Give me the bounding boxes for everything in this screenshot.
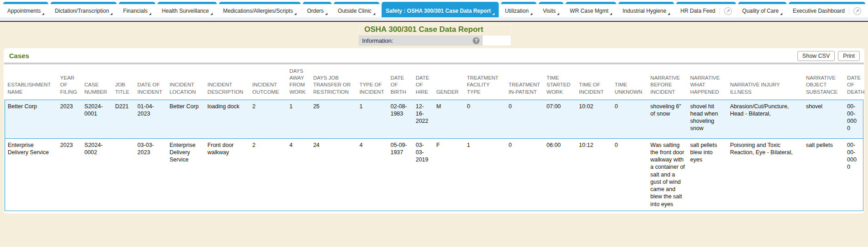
cell-incident-outcome: 2 (251, 138, 288, 211)
tab-utilization[interactable]: Utilization (501, 2, 536, 17)
cell-establishment-name: Enterprise Delivery Service (5, 138, 60, 211)
information-input[interactable] (483, 35, 511, 45)
information-bar: Information: ? (359, 35, 511, 45)
column-header: DATE OF DEATH (846, 64, 863, 100)
tab-hr-data-feed[interactable]: HR Data Feed ↗ (676, 2, 736, 17)
tab-menu-caret-icon (373, 13, 375, 15)
tab-menu-caret-icon (325, 13, 327, 15)
cell-treatment-in-patient: 0 (508, 138, 546, 211)
cell-year-of-filing: 2023 (59, 138, 83, 211)
cell-treatment-in-patient: 0 (508, 100, 546, 138)
cell-gender: M (435, 100, 466, 138)
tab-label: Financials (123, 8, 148, 14)
cell-date-of-hire: 12-16-2022 (415, 100, 435, 138)
information-label: Information: (362, 37, 393, 44)
tab-visits[interactable]: Visits (539, 2, 563, 17)
cell-treatment-facility-type: 0 (466, 100, 507, 138)
tab-label: Utilization (505, 8, 529, 14)
cases-table-wrap: ESTABLISHMENT NAME YEAR OF FILING CASE N… (5, 64, 863, 211)
column-header: TREATMENT IN-PATIENT (508, 64, 546, 100)
cell-days-away: 4 (288, 138, 312, 211)
cell-narrative-before: Was salting the front door walkway with … (649, 138, 689, 211)
column-header: NARRATIVE OBJECT SUBSTANCE (805, 64, 846, 100)
cell-establishment-name: Better Corp (5, 100, 60, 138)
cell-narrative-object-substance: salt pellets (805, 138, 846, 211)
column-header: INCIDENT OUTCOME (251, 64, 288, 100)
column-header: INCIDENT DESCRIPTION (207, 64, 251, 100)
tab-dictation-transcription[interactable]: Dictation/Transcription (51, 2, 117, 17)
cell-days-transfer: 25 (312, 100, 358, 138)
cases-toolbar: Show CSV Print (797, 51, 860, 61)
cell-date-of-hire: 03-03-2019 (415, 138, 435, 211)
cell-narrative-what-happened: salt pellets blew into eyes (689, 138, 729, 211)
tab-menu-caret-icon (557, 13, 559, 15)
tab-menu-caret-icon (149, 13, 151, 15)
cases-panel-header: Cases Show CSV Print (4, 48, 864, 63)
tabbar-bottom-strip (0, 17, 868, 21)
print-button[interactable]: Print (838, 51, 860, 61)
page-title: OSHA 300/301 Case Data Report (364, 25, 511, 34)
cell-narrative-injury-illness: Poisoning and Toxic Reaction, Eye - Bila… (729, 138, 805, 211)
tab-orders[interactable]: Orders (303, 2, 332, 17)
tab-menu-caret-icon (110, 13, 112, 15)
cases-table: ESTABLISHMENT NAME YEAR OF FILING CASE N… (5, 64, 863, 211)
cases-panel: Cases Show CSV Print ESTABLISHMENT NAME … (4, 48, 864, 213)
cell-time-of-incident: 10:12 (578, 138, 613, 211)
header-separator-line (0, 21, 868, 22)
column-header: GENDER (435, 64, 466, 100)
tab-health-surveillance[interactable]: Health Surveillance (158, 2, 216, 17)
column-header: JOB TITLE (114, 64, 137, 100)
external-link-icon: ↗ (853, 7, 861, 15)
cell-narrative-what-happened: shovel hit head when shoveling snow (689, 100, 729, 138)
tab-executive-dashboard[interactable]: Executive Dashboard ↗ (789, 2, 865, 17)
column-header: NARRATIVE BEFORE INCIDENT (649, 64, 689, 100)
table-row[interactable]: Better Corp 2023 S2024-0001 D221 01-04-2… (5, 100, 863, 138)
tab-label: WR Case Mgmt (570, 8, 608, 14)
tab-safety-osha-report-active[interactable]: Safety : OSHA 300/301 Case Data Report (382, 2, 499, 17)
tab-quality-of-care[interactable]: Quality of Care (738, 2, 786, 17)
show-csv-button[interactable]: Show CSV (797, 51, 835, 61)
cell-gender: F (435, 138, 466, 211)
tab-financials[interactable]: Financials (119, 2, 155, 17)
cell-days-away: 1 (288, 100, 312, 138)
cell-narrative-injury-illness: Abrasion/Cut/Puncture, Head - Bilateral, (729, 100, 805, 138)
cell-type-of-incident: 4 (358, 138, 389, 211)
tab-menu-caret-icon (492, 13, 495, 15)
cell-time-unknown: 0 (614, 138, 649, 211)
cell-narrative-object-substance: shovel (805, 100, 846, 138)
column-header: DAYS AWAY FROM WORK (288, 64, 312, 100)
column-header: DATE OF BIRTH (389, 64, 414, 100)
cell-incident-outcome: 2 (251, 100, 288, 138)
tab-external-section[interactable]: ↗ (720, 7, 732, 15)
tab-label: Dictation/Transcription (55, 8, 109, 14)
tab-label: Industrial Hygiene (623, 8, 666, 14)
cell-case-number: S2024-0001 (83, 100, 114, 138)
column-header: DATE OF INCIDENT (137, 64, 168, 100)
column-header: INCIDENT LOCATION (168, 64, 206, 100)
column-header: YEAR OF FILING (59, 64, 83, 100)
cell-case-number: S2024-0002 (83, 138, 114, 211)
tab-outside-clinic[interactable]: Outside Clinic (334, 2, 379, 17)
tab-label: Orders (307, 8, 324, 14)
tab-industrial-hygiene[interactable]: Industrial Hygiene (618, 2, 674, 17)
tab-label: Medications/Allergies/Scripts (223, 8, 293, 14)
tab-menu-caret-icon (210, 13, 213, 15)
cell-incident-location: Better Corp (168, 100, 206, 138)
cell-time-of-incident: 10:02 (578, 100, 613, 138)
cell-incident-description: loading dock (207, 100, 251, 138)
cell-date-of-death: 00-00-0000 (846, 100, 863, 138)
tab-menu-caret-icon (668, 13, 670, 15)
tab-wr-case-mgmt[interactable]: WR Case Mgmt (566, 2, 616, 17)
cell-date-of-incident: 03-03-2023 (137, 138, 168, 211)
tab-medications-allergies-scripts[interactable]: Medications/Allergies/Scripts (219, 2, 301, 17)
cell-incident-location: Enterprise Delivery Service (168, 138, 206, 211)
external-link-icon: ↗ (724, 7, 732, 15)
tab-appointments[interactable]: Appointments (3, 2, 48, 17)
help-icon[interactable]: ? (473, 37, 480, 44)
tab-label: Safety : OSHA 300/301 Case Data Report (386, 8, 491, 14)
table-row[interactable]: Enterprise Delivery Service 2023 S2024-0… (5, 138, 863, 211)
cell-narrative-before: shoveling 6" of snow (649, 100, 689, 138)
tab-label: Outside Clinic (338, 8, 372, 14)
tab-external-section[interactable]: ↗ (849, 7, 861, 15)
tab-menu-caret-icon (780, 13, 782, 15)
